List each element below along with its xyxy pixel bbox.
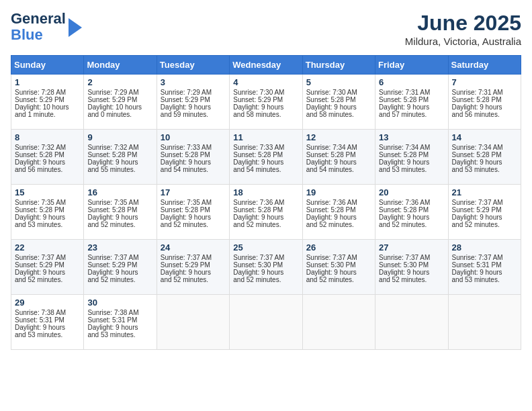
day-info-line: Daylight: 9 hours [452,103,517,111]
day-number: 12 [306,132,371,142]
day-info-line: Sunrise: 7:31 AM [452,89,517,96]
day-info-line: Daylight: 9 hours [452,158,517,166]
weekday-header-saturday: Saturday [448,56,521,75]
day-number: 19 [306,187,371,197]
calendar-cell: 30Sunrise: 7:38 AMSunset: 5:31 PMDayligh… [84,295,157,350]
day-number: 20 [379,187,444,197]
day-info-line: Daylight: 9 hours [306,103,371,111]
calendar-cell: 6Sunrise: 7:31 AMSunset: 5:28 PMDaylight… [375,75,448,130]
day-info-line: and 57 minutes. [379,111,444,118]
day-info-line: and 52 minutes. [233,276,298,283]
calendar-cell: 18Sunrise: 7:36 AMSunset: 5:28 PMDayligh… [230,185,302,240]
day-info-line: Daylight: 9 hours [306,269,371,276]
day-info-line: Daylight: 9 hours [161,269,226,276]
calendar-cell [302,295,375,350]
day-info-line: Sunset: 5:31 PM [15,316,80,324]
day-info-line: Sunset: 5:28 PM [306,96,371,103]
day-info-line: and 54 minutes. [161,166,226,173]
day-info-line: and 58 minutes. [306,111,371,118]
calendar-week-row: 29Sunrise: 7:38 AMSunset: 5:31 PMDayligh… [11,295,521,350]
day-info-line: Sunset: 5:28 PM [379,206,444,214]
day-number: 1 [15,77,80,87]
day-info-line: Sunrise: 7:35 AM [15,199,80,206]
weekday-header-thursday: Thursday [302,56,375,75]
day-info-line: Sunset: 5:29 PM [161,96,226,103]
calendar-cell: 16Sunrise: 7:35 AMSunset: 5:28 PMDayligh… [84,185,157,240]
day-info-line: Sunset: 5:29 PM [15,96,80,103]
day-info-line: Sunrise: 7:37 AM [87,254,152,261]
day-info-line: Sunrise: 7:34 AM [379,144,444,151]
day-info-line: Sunrise: 7:33 AM [233,144,298,151]
day-info-line: Sunrise: 7:37 AM [452,254,517,261]
calendar-body: 1Sunrise: 7:28 AMSunset: 5:29 PMDaylight… [11,75,521,350]
day-number: 11 [233,132,298,142]
day-info-line: Sunrise: 7:30 AM [306,89,371,96]
day-number: 16 [87,187,152,197]
day-info-line: Daylight: 9 hours [306,158,371,166]
calendar-cell: 12Sunrise: 7:34 AMSunset: 5:28 PMDayligh… [302,130,375,185]
day-info-line: Daylight: 9 hours [87,214,152,221]
calendar-cell: 20Sunrise: 7:36 AMSunset: 5:28 PMDayligh… [375,185,448,240]
calendar-cell: 2Sunrise: 7:29 AMSunset: 5:29 PMDaylight… [84,75,157,130]
day-info-line: Sunset: 5:28 PM [87,151,152,158]
day-info-line: and 54 minutes. [233,166,298,173]
day-info-line: and 52 minutes. [452,221,517,228]
day-info-line: Sunrise: 7:29 AM [87,89,152,96]
day-info-line: Sunset: 5:28 PM [161,206,226,214]
day-info-line: Daylight: 9 hours [379,158,444,166]
location: Mildura, Victoria, Australia [405,36,521,47]
day-info-line: Daylight: 9 hours [15,269,80,276]
day-number: 28 [452,242,517,253]
month-title: June 2025 [405,11,521,36]
day-info-line: Daylight: 9 hours [87,324,152,331]
calendar-cell [375,295,448,350]
day-info-line: Sunset: 5:30 PM [233,261,298,269]
day-number: 4 [233,77,298,87]
day-info-line: and 52 minutes. [87,276,152,283]
logo-text: GeneralBlue [11,11,66,43]
calendar-cell: 10Sunrise: 7:33 AMSunset: 5:28 PMDayligh… [157,130,229,185]
day-info-line: and 54 minutes. [306,166,371,173]
day-info-line: and 53 minutes. [87,331,152,338]
calendar-cell: 14Sunrise: 7:34 AMSunset: 5:28 PMDayligh… [448,130,521,185]
calendar-cell: 22Sunrise: 7:37 AMSunset: 5:29 PMDayligh… [11,240,84,295]
day-info-line: Sunset: 5:29 PM [15,261,80,269]
calendar-cell: 24Sunrise: 7:37 AMSunset: 5:29 PMDayligh… [157,240,229,295]
day-number: 10 [161,132,226,142]
day-info-line: Sunset: 5:29 PM [87,261,152,269]
day-info-line: Sunrise: 7:37 AM [306,254,371,261]
day-info-line: Daylight: 9 hours [87,269,152,276]
day-number: 2 [87,77,152,87]
day-info-line: Daylight: 9 hours [15,214,80,221]
calendar-cell: 21Sunrise: 7:37 AMSunset: 5:29 PMDayligh… [448,185,521,240]
day-number: 22 [15,242,80,253]
calendar-cell: 23Sunrise: 7:37 AMSunset: 5:29 PMDayligh… [84,240,157,295]
day-info-line: and 53 minutes. [15,221,80,228]
calendar-cell: 15Sunrise: 7:35 AMSunset: 5:28 PMDayligh… [11,185,84,240]
calendar-cell: 25Sunrise: 7:37 AMSunset: 5:30 PMDayligh… [230,240,302,295]
day-info-line: Sunset: 5:28 PM [379,96,444,103]
day-info-line: Sunrise: 7:32 AM [87,144,152,151]
day-info-line: and 53 minutes. [452,166,517,173]
calendar-week-row: 1Sunrise: 7:28 AMSunset: 5:29 PMDaylight… [11,75,521,130]
day-info-line: Daylight: 9 hours [15,158,80,166]
day-info-line: Sunset: 5:28 PM [452,151,517,158]
day-info-line: Sunrise: 7:36 AM [306,199,371,206]
day-info-line: Sunrise: 7:29 AM [161,89,226,96]
day-info-line: and 52 minutes. [306,276,371,283]
day-number: 9 [87,132,152,142]
day-info-line: Daylight: 9 hours [452,214,517,221]
day-info-line: Sunrise: 7:34 AM [306,144,371,151]
logo: GeneralBlue [11,11,82,43]
calendar-cell: 8Sunrise: 7:32 AMSunset: 5:28 PMDaylight… [11,130,84,185]
day-number: 24 [161,242,226,253]
day-info-line: Sunset: 5:29 PM [233,96,298,103]
calendar-cell: 5Sunrise: 7:30 AMSunset: 5:28 PMDaylight… [302,75,375,130]
day-info-line: Sunrise: 7:34 AM [452,144,517,151]
day-number: 30 [87,298,152,308]
day-info-line: and 52 minutes. [87,221,152,228]
day-info-line: Sunset: 5:30 PM [379,261,444,269]
day-number: 3 [161,77,226,87]
calendar-header-row: SundayMondayTuesdayWednesdayThursdayFrid… [11,56,521,75]
day-number: 14 [452,132,517,142]
